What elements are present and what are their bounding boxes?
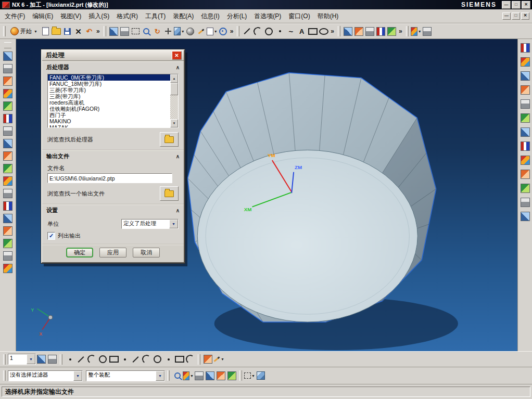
left-toolbar-icon[interactable] [3,139,12,148]
left-toolbar-icon[interactable] [3,226,12,236]
toolbar-grip[interactable] [167,370,170,381]
toolbar-overflow-button[interactable]: » [229,28,235,35]
snap-point-on-face-button[interactable] [152,354,163,365]
list-item[interactable]: MAZAK [48,124,170,127]
resource-bar-icon[interactable] [521,43,530,53]
minimize-button[interactable]: — [502,1,511,9]
left-toolbar-icon[interactable] [3,151,12,161]
list-item[interactable]: MAKINO [48,118,170,124]
list-item[interactable]: FANUC_0M(不带刀库) [48,74,170,81]
save-button[interactable] [62,26,73,37]
toolbar-grip[interactable] [3,354,6,365]
update-display-button[interactable] [108,26,119,37]
scrollbar-thumb[interactable] [170,83,178,95]
snap-two-point-button[interactable] [174,354,185,365]
resource-bar-icon[interactable] [521,127,530,137]
scrollbar-track[interactable] [170,83,178,119]
measure-button[interactable] [202,354,213,365]
rectangle-button[interactable] [307,26,318,37]
resource-bar-icon[interactable] [521,99,530,109]
left-toolbar-icon[interactable] [3,89,12,98]
chevron-down-icon[interactable]: ▼ [169,220,178,228]
menu-insert[interactable]: 插入(S) [85,10,113,22]
circle-button[interactable] [263,26,274,37]
toolbar-grip[interactable] [338,26,340,36]
zoom-window-button[interactable] [130,26,141,37]
display-mode-button[interactable] [119,26,130,37]
close-button[interactable]: ✕ [522,1,530,9]
menu-file[interactable]: 文件(F) [1,10,29,22]
snapshot-button[interactable] [218,26,229,37]
resource-bar-icon[interactable] [521,170,530,179]
type-filter-button[interactable] [205,370,216,381]
spline-button[interactable]: ~ [285,26,296,37]
browse-output-button[interactable] [160,186,179,201]
more-tools-button[interactable] [422,26,433,37]
format-button[interactable]: ▼ [411,26,422,37]
menu-tools[interactable]: 工具(T) [142,10,169,22]
menu-window[interactable]: 窗口(O) [285,10,313,22]
pattern-button[interactable] [375,26,386,37]
rotate-view-button[interactable]: ↻ [152,26,163,37]
left-toolbar-icon[interactable] [3,239,12,248]
menu-format[interactable]: 格式(R) [113,10,142,22]
list-item[interactable]: 三菱(带刀库) [48,93,170,99]
dialog-titlebar[interactable]: 后处理 ✕ [42,50,184,61]
background-button[interactable]: ▼ [207,26,218,37]
open-button[interactable] [51,26,62,37]
layer-settings-button[interactable] [36,354,47,365]
left-toolbar-icon[interactable] [3,201,12,211]
apply-button[interactable]: 应用 [99,248,126,258]
delete-button[interactable]: ✕ [73,26,84,37]
child-close-button[interactable]: ✕ [521,12,529,20]
resource-bar-icon[interactable] [521,141,530,151]
left-toolbar-icon[interactable] [3,114,12,123]
left-toolbar-icon[interactable] [3,214,12,223]
resource-bar-icon[interactable] [521,113,530,123]
left-toolbar-icon[interactable] [3,64,12,73]
units-combo[interactable]: 定义了后处理 ▼ [121,219,179,229]
layer-filter-button[interactable] [194,370,205,381]
selection-scope-combo[interactable]: 整个装配 ▼ [86,370,165,381]
annotation-button[interactable]: ▼ [213,354,224,365]
toolbar-grip[interactable] [406,26,409,36]
clip-section-button[interactable] [196,26,207,37]
browse-postprocessor-button[interactable] [160,132,179,147]
toolbar-grip[interactable] [3,26,6,36]
undo-button[interactable]: ↶ [84,26,95,37]
text-button[interactable]: A [296,26,307,37]
resource-bar-icon[interactable] [521,184,530,193]
start-menu-button[interactable]: 开始 ▼ [8,27,40,36]
left-toolbar-icon[interactable] [3,176,12,186]
chevron-down-icon[interactable]: ▼ [73,371,82,381]
restore-button[interactable]: □ [512,1,521,9]
resource-bar-icon[interactable] [521,71,530,81]
selection-filter-combo[interactable]: 没有选择过滤器 ▼ [8,370,83,381]
left-toolbar-icon[interactable] [3,251,12,261]
snap-bounded-point-button[interactable] [163,354,174,365]
line-button[interactable] [242,26,252,37]
toolbar-grip[interactable] [4,42,11,48]
toolbar-overflow-button[interactable]: » [329,28,336,35]
left-toolbar-icon[interactable] [3,189,12,198]
cancel-button[interactable]: 取消 [133,248,160,258]
work-layer-combo[interactable]: 1 ▼ [8,354,36,365]
collapse-arrow-icon[interactable]: ∧ [176,208,180,213]
left-toolbar-icon[interactable] [3,264,12,273]
list-item[interactable]: 三菱(不带刀库) [48,87,170,93]
snap-quadrant-button[interactable] [119,354,130,365]
snap-intersection-button[interactable] [97,354,108,365]
lasso-select-button[interactable]: ▼ [244,370,255,381]
point-button[interactable] [274,26,285,37]
snap-control-point-button[interactable] [86,354,97,365]
menu-assemblies[interactable]: 装配(A) [169,10,197,22]
menu-help[interactable]: 帮助(H) [314,10,343,22]
list-item[interactable]: roeders高速机 [48,99,170,106]
filename-input[interactable] [47,173,172,183]
toolbar-grip[interactable] [237,26,239,36]
toolbar-grip[interactable] [198,354,200,365]
rendering-style-button[interactable] [185,26,196,37]
pan-button[interactable] [163,26,174,37]
arc-button[interactable] [252,26,263,37]
collapse-arrow-icon[interactable]: ∧ [176,153,180,159]
